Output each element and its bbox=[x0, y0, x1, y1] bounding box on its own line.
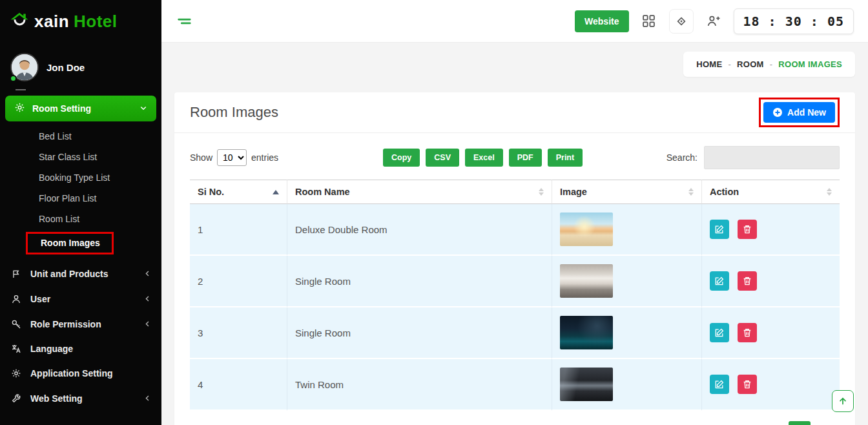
table-row: 1 Deluxe Double Room bbox=[190, 204, 840, 256]
sidebar-item-application-setting[interactable]: Application Setting bbox=[0, 361, 161, 386]
sidebar-item-room-images[interactable]: Room Images bbox=[0, 229, 161, 258]
column-header-image[interactable]: Image bbox=[552, 180, 701, 204]
edit-pencil-icon bbox=[715, 225, 724, 234]
clock-time: 18 : 30 : 05 bbox=[743, 14, 845, 29]
sidebar-divider bbox=[16, 89, 26, 90]
sidebar-item-booking-type-list[interactable]: Booking Type List bbox=[0, 167, 161, 188]
cell-si-no: 1 bbox=[190, 204, 287, 256]
excel-label: Excel bbox=[473, 153, 495, 162]
room-setting-submenu: Bed List Star Class List Booking Type Li… bbox=[0, 123, 161, 261]
add-user-icon[interactable] bbox=[701, 9, 726, 34]
page-size-select[interactable]: 10 bbox=[217, 149, 247, 166]
entries-label: entries bbox=[251, 152, 278, 163]
column-label: Room Name bbox=[295, 187, 350, 197]
submenu-label: Room Images bbox=[41, 238, 100, 248]
delete-button[interactable] bbox=[738, 271, 757, 291]
edit-button[interactable] bbox=[710, 271, 729, 291]
sidebar-item-star-class-list[interactable]: Star Class List bbox=[0, 147, 161, 167]
user-icon bbox=[10, 294, 22, 304]
sidebar-item-web-setting[interactable]: Web Setting bbox=[0, 386, 161, 411]
chevron-down-icon bbox=[140, 103, 147, 114]
sidebar-item-room-setting[interactable]: Room Setting bbox=[5, 96, 156, 121]
navigation-compass-icon[interactable] bbox=[669, 9, 694, 34]
print-button[interactable]: Print bbox=[548, 149, 583, 167]
sort-icon bbox=[688, 188, 694, 196]
pdf-label: PDF bbox=[517, 153, 533, 162]
flag-icon bbox=[10, 269, 22, 279]
pdf-button[interactable]: PDF bbox=[509, 149, 542, 167]
breadcrumb-room[interactable]: ROOM bbox=[737, 59, 764, 69]
trash-icon bbox=[743, 225, 752, 234]
column-header-action[interactable]: Action bbox=[701, 180, 840, 204]
menu-label: User bbox=[30, 294, 50, 304]
table-row: 4 Twin Room bbox=[190, 359, 840, 411]
main-area: Website 18 : 30 : 05 HOME - bbox=[161, 0, 868, 425]
search-input[interactable] bbox=[704, 146, 840, 169]
delete-button[interactable] bbox=[738, 220, 757, 239]
digital-clock: 18 : 30 : 05 bbox=[734, 8, 854, 34]
submenu-label: Floor Plan List bbox=[39, 193, 96, 203]
sidebar-item-room-list[interactable]: Room List bbox=[0, 209, 161, 229]
brand-logo[interactable]: xainHotel bbox=[0, 0, 161, 43]
cell-room-name: Twin Room bbox=[287, 359, 552, 411]
csv-button[interactable]: CSV bbox=[426, 149, 459, 167]
sort-icon bbox=[827, 188, 832, 196]
user-profile[interactable]: Jon Doe bbox=[0, 43, 161, 87]
sidebar-item-unit-and-products[interactable]: Unit and Products bbox=[0, 261, 161, 286]
pagination-page-1[interactable]: 1 bbox=[789, 421, 811, 425]
add-new-button[interactable]: Add New bbox=[763, 102, 835, 123]
table-row: 3 Single Room bbox=[190, 307, 840, 359]
room-images-table: Si No. Room Name Image Action 1 Deluxe D… bbox=[190, 180, 840, 411]
sidebar-toggle-icon[interactable] bbox=[176, 12, 194, 30]
annotation-red-box-add-new: Add New bbox=[759, 98, 840, 127]
breadcrumb-home[interactable]: HOME bbox=[696, 59, 722, 69]
sidebar-item-language[interactable]: Language bbox=[0, 337, 161, 361]
breadcrumb: HOME - ROOM - ROOM IMAGES bbox=[683, 52, 855, 77]
edit-button[interactable] bbox=[710, 323, 729, 342]
submenu-label: Bed List bbox=[39, 131, 72, 141]
add-new-label: Add New bbox=[787, 107, 826, 118]
breadcrumb-current: ROOM IMAGES bbox=[778, 59, 842, 69]
scroll-to-top-button[interactable] bbox=[832, 390, 854, 412]
user-name: Jon Doe bbox=[46, 62, 85, 73]
website-button[interactable]: Website bbox=[575, 10, 628, 32]
delete-button[interactable] bbox=[738, 375, 757, 394]
sidebar-item-user[interactable]: User bbox=[0, 286, 161, 311]
cell-si-no: 3 bbox=[190, 307, 287, 359]
cell-si-no: 4 bbox=[190, 359, 287, 411]
room-image-beach-sunset bbox=[560, 212, 613, 246]
annotation-red-box-sidebar: Room Images bbox=[26, 232, 114, 254]
edit-pencil-icon bbox=[715, 380, 724, 389]
edit-button[interactable] bbox=[710, 220, 729, 239]
delete-button[interactable] bbox=[738, 323, 757, 342]
search-label: Search: bbox=[666, 152, 698, 163]
submenu-label: Room List bbox=[39, 214, 79, 224]
menu-label: Role Permission bbox=[30, 319, 101, 329]
language-icon bbox=[10, 344, 22, 354]
edit-button[interactable] bbox=[710, 375, 729, 394]
sidebar-item-floor-plan-list[interactable]: Floor Plan List bbox=[0, 188, 161, 209]
menu-label: Unit and Products bbox=[30, 269, 108, 279]
wrench-icon bbox=[10, 393, 22, 404]
room-image-night-resort bbox=[560, 316, 613, 349]
column-header-si-no[interactable]: Si No. bbox=[190, 180, 287, 204]
apps-grid-icon[interactable] bbox=[637, 9, 661, 34]
column-label: Si No. bbox=[198, 187, 224, 197]
app-window: xainHotel Jon Doe bbox=[0, 0, 868, 425]
column-header-room-name[interactable]: Room Name bbox=[287, 180, 552, 204]
excel-button[interactable]: Excel bbox=[465, 149, 503, 167]
cell-room-name: Single Room bbox=[287, 256, 552, 307]
chevron-left-icon bbox=[144, 318, 151, 329]
breadcrumb-separator: - bbox=[770, 59, 773, 69]
sidebar-item-label: Room Setting bbox=[32, 103, 91, 114]
edit-pencil-icon bbox=[715, 276, 724, 285]
gear-icon bbox=[14, 102, 25, 115]
trash-icon bbox=[743, 276, 752, 285]
column-label: Action bbox=[710, 187, 739, 197]
sidebar-item-bed-list[interactable]: Bed List bbox=[0, 126, 161, 147]
menu-label: Language bbox=[30, 344, 73, 354]
sidebar-item-role-permission[interactable]: Role Permission bbox=[0, 311, 161, 337]
page-title: Room Images bbox=[190, 104, 278, 121]
pagination: Previous 1 Next bbox=[174, 411, 855, 425]
copy-button[interactable]: Copy bbox=[383, 149, 420, 167]
